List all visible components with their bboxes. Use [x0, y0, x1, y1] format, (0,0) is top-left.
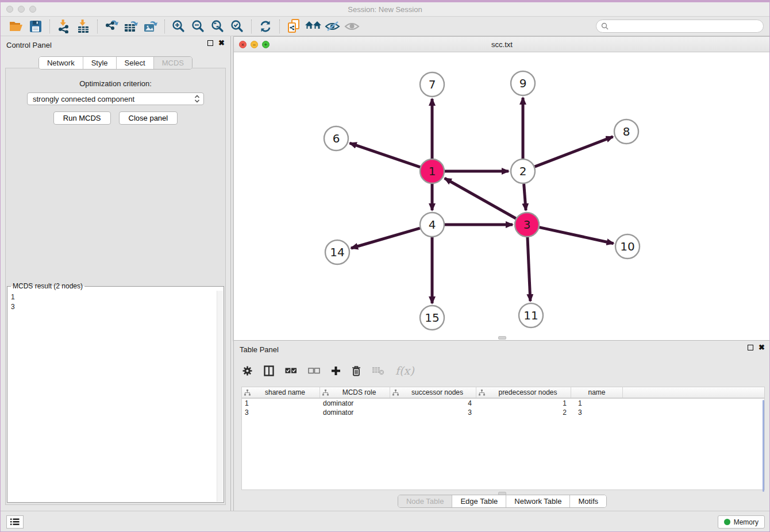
- mcds-result-box: MCDS result (2 nodes) 13: [7, 282, 224, 503]
- graph-edge-3-11: [528, 237, 530, 301]
- delete-table-button-disabled: [372, 366, 384, 375]
- open-folder-icon: [9, 20, 24, 33]
- select-all-columns-button[interactable]: [285, 368, 297, 374]
- export-image-button[interactable]: [141, 18, 160, 35]
- export-table-button[interactable]: [121, 18, 141, 35]
- memory-button[interactable]: Memory: [718, 515, 765, 529]
- zoom-fit-button[interactable]: [208, 18, 228, 35]
- run-mcds-button[interactable]: Run MCDS: [53, 111, 111, 125]
- delete-column-button[interactable]: [352, 365, 361, 376]
- zoom-selected-icon: [230, 20, 244, 33]
- task-history-button[interactable]: [6, 515, 24, 529]
- cell-successor-nodes[interactable]: 3: [390, 408, 476, 417]
- tab-select[interactable]: Select: [116, 57, 153, 69]
- mcds-result-list[interactable]: 13: [7, 291, 216, 502]
- export-network-button[interactable]: [102, 18, 121, 35]
- save-session-button[interactable]: [26, 18, 45, 35]
- table-panel-title: Table Panel: [240, 345, 279, 354]
- unselect-all-columns-button[interactable]: [308, 368, 320, 374]
- import-network-button[interactable]: [54, 18, 74, 35]
- optimization-criterion-select[interactable]: strongly connected component: [27, 92, 204, 105]
- float-table-panel-icon[interactable]: [748, 345, 753, 350]
- zoom-fit-icon: [211, 20, 225, 33]
- window-title: Session: New Session: [1, 5, 769, 14]
- tab-motifs[interactable]: Motifs: [569, 495, 606, 507]
- create-column-button[interactable]: [331, 366, 341, 376]
- search-box[interactable]: [596, 20, 764, 33]
- control-panel-tabs: NetworkStyleSelectMCDS: [38, 56, 192, 70]
- attribute-tree-icon: [479, 390, 485, 396]
- table-panel: Table Panel ✖: [233, 341, 770, 512]
- open-session-button[interactable]: [6, 18, 26, 35]
- tab-network-table[interactable]: Network Table: [506, 495, 569, 507]
- node-table-body: 1dominator4113dominator323: [242, 399, 764, 417]
- column-header-shared-name[interactable]: shared name: [242, 387, 320, 398]
- cell-name[interactable]: 3: [571, 408, 623, 417]
- new-network-from-selection-button[interactable]: [284, 18, 303, 35]
- refresh-icon: [259, 20, 272, 33]
- cell-predecessor-nodes[interactable]: 2: [476, 408, 571, 417]
- network-window-title: scc.txt: [234, 40, 770, 49]
- import-table-button[interactable]: [74, 18, 93, 35]
- toolbar-separator: [279, 20, 280, 33]
- graph-node-label-6: 6: [333, 132, 340, 145]
- control-panel: Control Panel ✖ NetworkStyleSelectMCDS O…: [1, 36, 231, 512]
- zoom-in-button[interactable]: [169, 18, 188, 35]
- search-input[interactable]: [609, 22, 759, 30]
- cell-predecessor-nodes[interactable]: 1: [476, 399, 571, 407]
- mcds-result-node: 3: [11, 302, 213, 312]
- cell-MCDS-role[interactable]: dominator: [320, 408, 390, 417]
- tab-edge-table[interactable]: Edge Table: [452, 495, 506, 507]
- graph-edge-2-3: [524, 184, 526, 210]
- zoom-out-button[interactable]: [188, 18, 208, 35]
- close-panel-icon[interactable]: ✖: [218, 40, 225, 46]
- tab-network[interactable]: Network: [39, 57, 83, 69]
- graph-node-label-1: 1: [429, 164, 436, 178]
- table-tabs: Node TableEdge TableNetwork TableMotifs: [398, 495, 607, 508]
- cell-shared-name[interactable]: 1: [242, 399, 320, 407]
- refresh-button[interactable]: [256, 18, 275, 35]
- table-scrollbar[interactable]: [763, 400, 764, 492]
- graph-node-label-3: 3: [523, 218, 531, 232]
- zoom-out-icon: [191, 20, 205, 33]
- import-table-icon: [76, 20, 90, 33]
- table-row[interactable]: 3dominator323: [242, 408, 764, 417]
- selected-criterion: strongly connected component: [33, 95, 193, 103]
- result-scrollbar[interactable]: [217, 291, 223, 502]
- cell-name[interactable]: 1: [571, 399, 623, 407]
- show-all-button[interactable]: [342, 18, 362, 35]
- zoom-selected-button[interactable]: [228, 18, 247, 35]
- network-graph[interactable]: 7968124314101511: [234, 52, 770, 340]
- cell-shared-name[interactable]: 3: [242, 408, 320, 417]
- mcds-result-title: MCDS result (2 nodes): [11, 282, 84, 290]
- network-canvas[interactable]: 7968124314101511: [234, 52, 770, 340]
- network-from-selection-icon: [287, 19, 301, 34]
- mcds-panel: Optimization criterion: strongly connect…: [5, 68, 226, 505]
- network-window-titlebar[interactable]: × − + scc.txt: [234, 37, 770, 52]
- search-icon: [601, 22, 609, 30]
- hide-selected-button[interactable]: [323, 18, 342, 35]
- network-resize-grip[interactable]: [498, 336, 506, 340]
- graph-edge-3-10: [539, 228, 613, 244]
- show-column-button[interactable]: [264, 365, 274, 376]
- close-table-panel-icon[interactable]: ✖: [759, 345, 765, 350]
- column-header-name[interactable]: name: [571, 387, 623, 398]
- column-header-MCDS-role[interactable]: MCDS role: [320, 387, 390, 398]
- select-stepper-icon: [193, 94, 201, 103]
- close-panel-button[interactable]: Close panel: [119, 111, 178, 125]
- cell-MCDS-role[interactable]: dominator: [320, 399, 390, 407]
- table-row[interactable]: 1dominator411: [242, 399, 764, 408]
- cell-successor-nodes[interactable]: 4: [390, 399, 476, 407]
- tab-node-table[interactable]: Node Table: [398, 495, 452, 507]
- column-header-successor-nodes[interactable]: successor nodes: [390, 387, 476, 398]
- home-layout-button[interactable]: [303, 18, 323, 35]
- table-settings-button[interactable]: [242, 365, 253, 376]
- tab-style[interactable]: Style: [83, 57, 116, 69]
- attribute-tree-icon: [322, 390, 329, 396]
- home-icon: [305, 20, 322, 33]
- node-table[interactable]: shared nameMCDS rolesuccessor nodesprede…: [241, 387, 765, 490]
- float-panel-icon[interactable]: [207, 40, 213, 46]
- column-header-predecessor-nodes[interactable]: predecessor nodes: [476, 387, 571, 398]
- app-titlebar: Session: New Session: [1, 2, 769, 17]
- tab-mcds[interactable]: MCDS: [153, 57, 192, 69]
